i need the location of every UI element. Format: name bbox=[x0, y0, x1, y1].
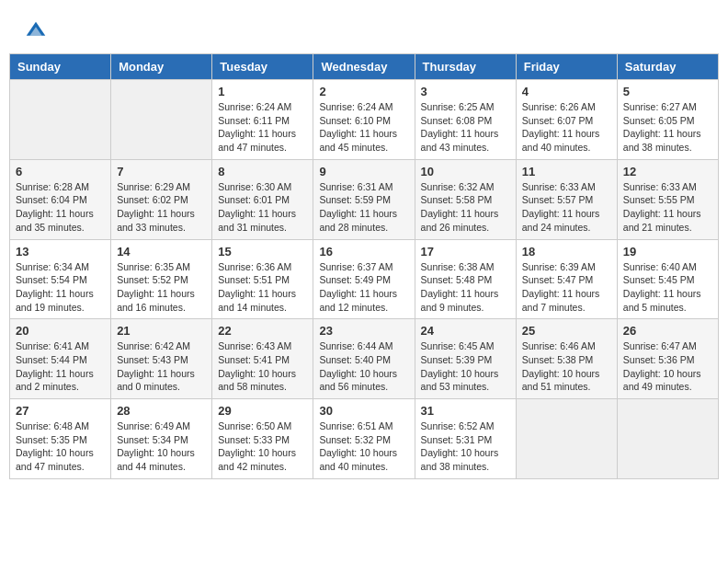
calendar-table: SundayMondayTuesdayWednesdayThursdayFrid… bbox=[9, 53, 719, 479]
day-number: 31 bbox=[421, 404, 510, 418]
weekday-header-monday: Monday bbox=[111, 54, 212, 80]
logo bbox=[23, 18, 52, 44]
calendar-week-row: 1Sunrise: 6:24 AMSunset: 6:11 PMDaylight… bbox=[10, 80, 719, 160]
day-info: Sunrise: 6:49 AMSunset: 5:34 PMDaylight:… bbox=[117, 419, 206, 474]
day-info: Sunrise: 6:42 AMSunset: 5:43 PMDaylight:… bbox=[117, 339, 206, 394]
day-number: 30 bbox=[319, 404, 408, 418]
calendar-week-row: 20Sunrise: 6:41 AMSunset: 5:44 PMDayligh… bbox=[10, 319, 719, 399]
calendar-cell: 25Sunrise: 6:46 AMSunset: 5:38 PMDayligh… bbox=[516, 319, 617, 399]
calendar-cell: 19Sunrise: 6:40 AMSunset: 5:45 PMDayligh… bbox=[617, 239, 718, 319]
calendar-cell: 30Sunrise: 6:51 AMSunset: 5:32 PMDayligh… bbox=[313, 399, 415, 479]
calendar-cell bbox=[111, 80, 212, 160]
calendar-cell: 24Sunrise: 6:45 AMSunset: 5:39 PMDayligh… bbox=[415, 319, 516, 399]
day-number: 2 bbox=[319, 85, 408, 98]
day-number: 26 bbox=[623, 324, 712, 338]
day-info: Sunrise: 6:33 AMSunset: 5:55 PMDaylight:… bbox=[623, 180, 712, 235]
calendar-cell: 12Sunrise: 6:33 AMSunset: 5:55 PMDayligh… bbox=[617, 159, 718, 239]
weekday-header-friday: Friday bbox=[516, 54, 617, 80]
calendar-cell: 17Sunrise: 6:38 AMSunset: 5:48 PMDayligh… bbox=[415, 239, 516, 319]
day-number: 19 bbox=[623, 245, 712, 259]
day-info: Sunrise: 6:32 AMSunset: 5:58 PMDaylight:… bbox=[421, 180, 510, 235]
calendar-week-row: 27Sunrise: 6:48 AMSunset: 5:35 PMDayligh… bbox=[10, 399, 719, 479]
page-header bbox=[9, 9, 719, 49]
day-info: Sunrise: 6:40 AMSunset: 5:45 PMDaylight:… bbox=[623, 260, 712, 315]
day-info: Sunrise: 6:29 AMSunset: 6:02 PMDaylight:… bbox=[117, 180, 206, 235]
day-info: Sunrise: 6:30 AMSunset: 6:01 PMDaylight:… bbox=[218, 180, 307, 235]
day-info: Sunrise: 6:50 AMSunset: 5:33 PMDaylight:… bbox=[218, 419, 307, 474]
day-number: 6 bbox=[16, 165, 105, 178]
calendar-cell: 31Sunrise: 6:52 AMSunset: 5:31 PMDayligh… bbox=[415, 399, 516, 479]
calendar-cell: 16Sunrise: 6:37 AMSunset: 5:49 PMDayligh… bbox=[313, 239, 415, 319]
day-info: Sunrise: 6:31 AMSunset: 5:59 PMDaylight:… bbox=[319, 180, 408, 235]
weekday-header-thursday: Thursday bbox=[415, 54, 516, 80]
day-number: 14 bbox=[117, 245, 206, 259]
weekday-header-saturday: Saturday bbox=[617, 54, 718, 80]
day-number: 10 bbox=[421, 165, 510, 178]
calendar-cell: 1Sunrise: 6:24 AMSunset: 6:11 PMDaylight… bbox=[212, 80, 313, 160]
calendar-cell: 6Sunrise: 6:28 AMSunset: 6:04 PMDaylight… bbox=[10, 159, 111, 239]
calendar-cell: 15Sunrise: 6:36 AMSunset: 5:51 PMDayligh… bbox=[212, 239, 313, 319]
weekday-header-wednesday: Wednesday bbox=[313, 54, 415, 80]
calendar-cell: 3Sunrise: 6:25 AMSunset: 6:08 PMDaylight… bbox=[415, 80, 516, 160]
day-number: 1 bbox=[218, 85, 307, 98]
day-number: 21 bbox=[117, 324, 206, 338]
day-number: 3 bbox=[421, 85, 510, 98]
day-number: 11 bbox=[522, 165, 611, 178]
calendar-cell: 9Sunrise: 6:31 AMSunset: 5:59 PMDaylight… bbox=[313, 159, 415, 239]
day-number: 22 bbox=[218, 324, 307, 338]
day-number: 8 bbox=[218, 165, 307, 178]
day-number: 17 bbox=[421, 245, 510, 259]
day-info: Sunrise: 6:43 AMSunset: 5:41 PMDaylight:… bbox=[218, 339, 307, 394]
day-number: 25 bbox=[522, 324, 611, 338]
calendar-cell: 8Sunrise: 6:30 AMSunset: 6:01 PMDaylight… bbox=[212, 159, 313, 239]
calendar-cell: 7Sunrise: 6:29 AMSunset: 6:02 PMDaylight… bbox=[111, 159, 212, 239]
calendar-cell: 23Sunrise: 6:44 AMSunset: 5:40 PMDayligh… bbox=[313, 319, 415, 399]
day-info: Sunrise: 6:47 AMSunset: 5:36 PMDaylight:… bbox=[623, 339, 712, 394]
day-number: 18 bbox=[522, 245, 611, 259]
day-number: 12 bbox=[623, 165, 712, 178]
day-info: Sunrise: 6:25 AMSunset: 6:08 PMDaylight:… bbox=[421, 100, 510, 155]
day-number: 28 bbox=[117, 404, 206, 418]
day-info: Sunrise: 6:27 AMSunset: 6:05 PMDaylight:… bbox=[623, 100, 712, 155]
day-number: 23 bbox=[319, 324, 408, 338]
calendar-cell: 4Sunrise: 6:26 AMSunset: 6:07 PMDaylight… bbox=[516, 80, 617, 160]
calendar-cell: 5Sunrise: 6:27 AMSunset: 6:05 PMDaylight… bbox=[617, 80, 718, 160]
weekday-header-sunday: Sunday bbox=[10, 54, 111, 80]
day-info: Sunrise: 6:52 AMSunset: 5:31 PMDaylight:… bbox=[421, 419, 510, 474]
calendar-cell: 29Sunrise: 6:50 AMSunset: 5:33 PMDayligh… bbox=[212, 399, 313, 479]
day-info: Sunrise: 6:36 AMSunset: 5:51 PMDaylight:… bbox=[218, 260, 307, 315]
calendar-cell: 2Sunrise: 6:24 AMSunset: 6:10 PMDaylight… bbox=[313, 80, 415, 160]
day-number: 20 bbox=[16, 324, 105, 338]
day-info: Sunrise: 6:41 AMSunset: 5:44 PMDaylight:… bbox=[16, 339, 105, 394]
calendar-week-row: 6Sunrise: 6:28 AMSunset: 6:04 PMDaylight… bbox=[10, 159, 719, 239]
day-number: 15 bbox=[218, 245, 307, 259]
calendar-cell bbox=[516, 399, 617, 479]
day-info: Sunrise: 6:33 AMSunset: 5:57 PMDaylight:… bbox=[522, 180, 611, 235]
calendar-cell: 28Sunrise: 6:49 AMSunset: 5:34 PMDayligh… bbox=[111, 399, 212, 479]
day-number: 7 bbox=[117, 165, 206, 178]
day-number: 24 bbox=[421, 324, 510, 338]
logo-icon bbox=[23, 18, 49, 44]
weekday-header-row: SundayMondayTuesdayWednesdayThursdayFrid… bbox=[10, 54, 719, 80]
day-info: Sunrise: 6:34 AMSunset: 5:54 PMDaylight:… bbox=[16, 260, 105, 315]
calendar-cell: 21Sunrise: 6:42 AMSunset: 5:43 PMDayligh… bbox=[111, 319, 212, 399]
calendar-cell bbox=[10, 80, 111, 160]
day-info: Sunrise: 6:28 AMSunset: 6:04 PMDaylight:… bbox=[16, 180, 105, 235]
day-info: Sunrise: 6:37 AMSunset: 5:49 PMDaylight:… bbox=[319, 260, 408, 315]
calendar-cell: 14Sunrise: 6:35 AMSunset: 5:52 PMDayligh… bbox=[111, 239, 212, 319]
day-info: Sunrise: 6:44 AMSunset: 5:40 PMDaylight:… bbox=[319, 339, 408, 394]
day-number: 4 bbox=[522, 85, 611, 98]
day-info: Sunrise: 6:45 AMSunset: 5:39 PMDaylight:… bbox=[421, 339, 510, 394]
day-number: 16 bbox=[319, 245, 408, 259]
calendar-cell bbox=[617, 399, 718, 479]
day-info: Sunrise: 6:46 AMSunset: 5:38 PMDaylight:… bbox=[522, 339, 611, 394]
weekday-header-tuesday: Tuesday bbox=[212, 54, 313, 80]
day-info: Sunrise: 6:24 AMSunset: 6:10 PMDaylight:… bbox=[319, 100, 408, 155]
day-info: Sunrise: 6:38 AMSunset: 5:48 PMDaylight:… bbox=[421, 260, 510, 315]
calendar-cell: 20Sunrise: 6:41 AMSunset: 5:44 PMDayligh… bbox=[10, 319, 111, 399]
day-number: 29 bbox=[218, 404, 307, 418]
day-info: Sunrise: 6:35 AMSunset: 5:52 PMDaylight:… bbox=[117, 260, 206, 315]
day-number: 27 bbox=[16, 404, 105, 418]
calendar-cell: 26Sunrise: 6:47 AMSunset: 5:36 PMDayligh… bbox=[617, 319, 718, 399]
calendar-cell: 18Sunrise: 6:39 AMSunset: 5:47 PMDayligh… bbox=[516, 239, 617, 319]
